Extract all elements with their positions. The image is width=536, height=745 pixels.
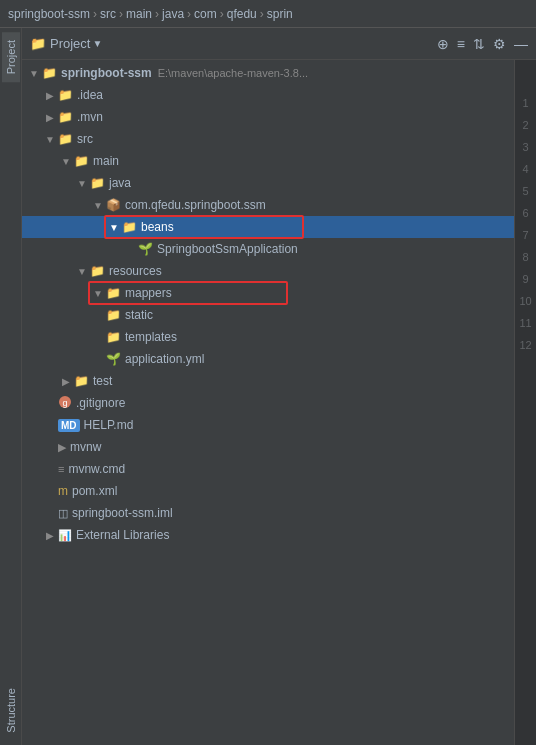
- tree-label: springboot-ssm.iml: [72, 506, 173, 520]
- arrow-icon: [90, 288, 106, 299]
- file-tree: 📁 springboot-ssm E:\maven\apache-maven-3…: [22, 60, 514, 745]
- minimize-icon[interactable]: —: [514, 36, 528, 52]
- breadcrumb-item[interactable]: qfedu: [227, 7, 257, 21]
- spring-icon: 🌱: [138, 242, 153, 256]
- tree-item-beans[interactable]: 📁 beans: [22, 216, 514, 238]
- cmd-icon: ≡: [58, 463, 64, 475]
- breadcrumb-sep: ›: [260, 7, 264, 21]
- tree-item-static[interactable]: 📁 static: [22, 304, 514, 326]
- tree-item-root[interactable]: 📁 springboot-ssm E:\maven\apache-maven-3…: [22, 62, 514, 84]
- folder-icon: 📁: [74, 154, 89, 168]
- tree-item-extlibs[interactable]: 📊 External Libraries: [22, 524, 514, 546]
- breadcrumb-sep: ›: [187, 7, 191, 21]
- tree-item-idea[interactable]: 📁 .idea: [22, 84, 514, 106]
- tree-item-iml[interactable]: ◫ springboot-ssm.iml: [22, 502, 514, 524]
- globe-icon[interactable]: ⊕: [437, 36, 449, 52]
- tree-item-test[interactable]: 📁 test: [22, 370, 514, 392]
- breadcrumb-item[interactable]: src: [100, 7, 116, 21]
- tree-item-mvn[interactable]: 📁 .mvn: [22, 106, 514, 128]
- arrow-icon: [42, 90, 58, 101]
- tree-item-mvnwcmd[interactable]: ≡ mvnw.cmd: [22, 458, 514, 480]
- tree-item-java[interactable]: 📁 java: [22, 172, 514, 194]
- line-num: 2: [515, 114, 536, 136]
- tree-item-main[interactable]: 📁 main: [22, 150, 514, 172]
- tree-label: resources: [109, 264, 162, 278]
- line-num: 7: [515, 224, 536, 246]
- breadcrumb-sep: ›: [93, 7, 97, 21]
- arrow-icon: [58, 156, 74, 167]
- tree-label: com.qfedu.springboot.ssm: [125, 198, 266, 212]
- arrow-icon: [74, 266, 90, 277]
- line-num: 6: [515, 202, 536, 224]
- gitignore-icon: g: [58, 395, 72, 411]
- spring-icon: 🌱: [106, 352, 121, 366]
- arrow-icon: [42, 134, 58, 145]
- line-num: 10: [515, 290, 536, 312]
- list-icon[interactable]: ≡: [457, 36, 465, 52]
- md-icon: MD: [58, 419, 80, 432]
- breadcrumb-item[interactable]: sprin: [267, 7, 293, 21]
- tree-item-resources[interactable]: 📁 resources: [22, 260, 514, 282]
- line-num: 5: [515, 180, 536, 202]
- tree-item-pomxml[interactable]: m pom.xml: [22, 480, 514, 502]
- arrow-icon: [58, 376, 74, 387]
- project-tab[interactable]: Project: [2, 32, 20, 82]
- breadcrumb-item[interactable]: springboot-ssm: [8, 7, 90, 21]
- tree-label: templates: [125, 330, 177, 344]
- folder-icon: 📁: [58, 132, 73, 146]
- tree-item-mvnw[interactable]: ▶ mvnw: [22, 436, 514, 458]
- maven-icon: m: [58, 484, 68, 498]
- line-num: 11: [515, 312, 536, 334]
- line-num: 12: [515, 334, 536, 356]
- tree-item-src[interactable]: 📁 src: [22, 128, 514, 150]
- tree-item-springapp[interactable]: 🌱 SpringbootSsmApplication: [22, 238, 514, 260]
- folder-icon: 📁: [74, 374, 89, 388]
- tree-label: mvnw.cmd: [68, 462, 125, 476]
- tree-label: test: [93, 374, 112, 388]
- arrow-icon: [42, 112, 58, 123]
- panel-dropdown[interactable]: ▼: [92, 38, 102, 49]
- breadcrumb-sep: ›: [220, 7, 224, 21]
- arrow-icon: [90, 200, 106, 211]
- folder-icon: 📁: [106, 286, 121, 300]
- line-num: 3: [515, 136, 536, 158]
- tree-label: SpringbootSsmApplication: [157, 242, 298, 256]
- folder-icon: 📁: [106, 308, 121, 322]
- tree-item-mappers[interactable]: 📁 mappers: [22, 282, 514, 304]
- tree-item-package[interactable]: 📦 com.qfedu.springboot.ssm: [22, 194, 514, 216]
- line-num: 1: [515, 92, 536, 114]
- line-num: 4: [515, 158, 536, 180]
- lib-icon: 📊: [58, 529, 72, 542]
- line-numbers: 1 2 3 4 5 6 7 8 9 10 11 12: [514, 60, 536, 745]
- folder-icon: 📁: [42, 66, 57, 80]
- breadcrumb-item[interactable]: com: [194, 7, 217, 21]
- structure-tab[interactable]: Structure: [2, 680, 20, 741]
- tree-item-gitignore[interactable]: g .gitignore: [22, 392, 514, 414]
- sort-icon[interactable]: ⇅: [473, 36, 485, 52]
- tree-item-appyml[interactable]: 🌱 application.yml: [22, 348, 514, 370]
- breadcrumb-item[interactable]: java: [162, 7, 184, 21]
- mvnw-icon: ▶: [58, 441, 66, 454]
- folder-icon: 📁: [106, 330, 121, 344]
- breadcrumb-sep: ›: [119, 7, 123, 21]
- folder-icon: 📁: [58, 110, 73, 124]
- folder-icon: 📁: [90, 264, 105, 278]
- breadcrumb: springboot-ssm › src › main › java › com…: [0, 0, 536, 28]
- gear-icon[interactable]: ⚙: [493, 36, 506, 52]
- tree-label: application.yml: [125, 352, 204, 366]
- folder-blue-icon: 📁: [90, 176, 105, 190]
- iml-icon: ◫: [58, 507, 68, 520]
- tree-item-templates[interactable]: 📁 templates: [22, 326, 514, 348]
- tree-label: springboot-ssm: [61, 66, 152, 80]
- panel-title: Project: [50, 36, 90, 51]
- tree-label: .mvn: [77, 110, 103, 124]
- arrow-icon: [26, 68, 42, 79]
- arrow-icon: [106, 222, 122, 233]
- breadcrumb-item[interactable]: main: [126, 7, 152, 21]
- folder-icon: 📁: [58, 88, 73, 102]
- svg-text:g: g: [62, 398, 67, 408]
- tree-label: beans: [141, 220, 174, 234]
- tree-label: mappers: [125, 286, 172, 300]
- tree-item-helpmd[interactable]: MD HELP.md: [22, 414, 514, 436]
- package-icon: 📦: [106, 198, 121, 212]
